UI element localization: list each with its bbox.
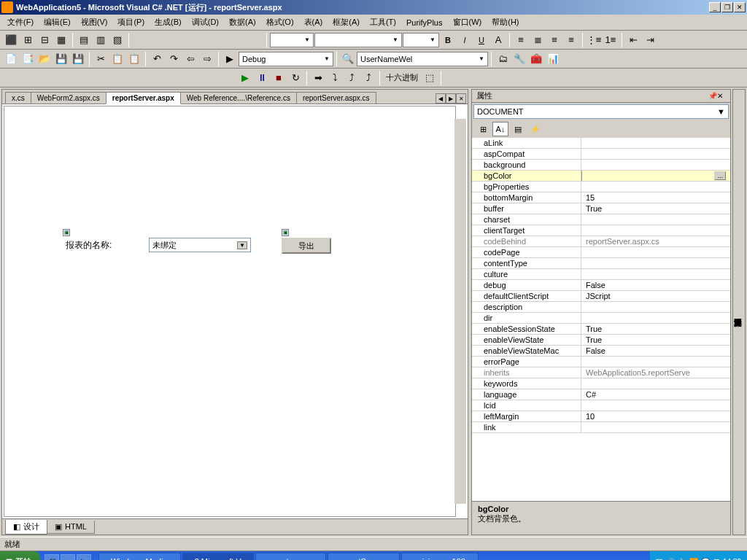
tab-close-icon[interactable]: ✕ bbox=[456, 93, 466, 104]
menu-框架[interactable]: 框架(A) bbox=[328, 15, 364, 29]
add-item-icon[interactable]: 📑 bbox=[20, 51, 36, 67]
font-family-combo[interactable]: ▼ bbox=[270, 33, 314, 47]
menu-调试[interactable]: 调试(D) bbox=[187, 15, 223, 29]
property-row[interactable]: bottomMargin15 bbox=[472, 192, 730, 203]
class-view-icon[interactable]: 📊 bbox=[545, 51, 561, 67]
italic-icon[interactable]: I bbox=[457, 32, 473, 48]
events-icon[interactable]: ⚡ bbox=[527, 122, 543, 136]
menu-表[interactable]: 表(A) bbox=[300, 15, 328, 29]
restore-button[interactable]: ❐ bbox=[721, 2, 733, 12]
design-surface[interactable]: ▣ 报表的名称: 未绑定▼ ▣ 导出 bbox=[4, 106, 456, 517]
property-value[interactable]: True bbox=[581, 335, 730, 345]
tab-scroll-right-icon[interactable]: ▶ bbox=[446, 93, 456, 104]
start-icon[interactable]: ▶ bbox=[222, 51, 238, 67]
start-button[interactable]: ⊞ 开始 bbox=[0, 551, 40, 560]
property-row[interactable]: dir bbox=[472, 313, 730, 324]
report-name-select[interactable]: 未绑定▼ bbox=[149, 238, 251, 252]
menu-格式[interactable]: 格式(O) bbox=[262, 15, 298, 29]
undo-icon[interactable]: ↶ bbox=[149, 51, 165, 67]
new-project-icon[interactable]: 📄 bbox=[3, 51, 19, 67]
pause-icon[interactable]: ⏸ bbox=[254, 70, 270, 86]
property-value[interactable] bbox=[581, 160, 730, 170]
solution-explorer-tab[interactable]: 解决方案资源管理器 bbox=[732, 89, 746, 535]
categorized-icon[interactable]: ⊞ bbox=[475, 122, 491, 136]
property-value[interactable] bbox=[581, 302, 730, 312]
property-row[interactable]: clientTarget bbox=[472, 225, 730, 236]
property-row[interactable]: background bbox=[472, 160, 730, 171]
pin-icon[interactable]: 📌 bbox=[708, 92, 717, 101]
property-row[interactable]: contentType bbox=[472, 258, 730, 269]
property-row[interactable]: defaultClientScriptJScript bbox=[472, 291, 730, 302]
property-value[interactable] bbox=[581, 357, 730, 367]
config-combo[interactable]: Debug▼ bbox=[239, 52, 333, 66]
property-value[interactable]: reportServer.aspx.cs bbox=[581, 236, 730, 246]
list-bullet-icon[interactable]: ⋮≡ bbox=[586, 32, 602, 48]
property-row[interactable]: aspCompat bbox=[472, 149, 730, 160]
align-right-icon[interactable]: ⊟ bbox=[36, 32, 53, 48]
property-value[interactable] bbox=[581, 422, 730, 432]
menu-视图[interactable]: 视图(V) bbox=[77, 15, 112, 29]
property-row[interactable]: description bbox=[472, 302, 730, 313]
font-size-combo[interactable]: ▼ bbox=[403, 33, 439, 47]
nav-back-icon[interactable]: ⇦ bbox=[182, 51, 198, 67]
hex-toggle-icon[interactable]: ⬚ bbox=[422, 70, 438, 86]
taskbar-task[interactable]: ▫reportServer ... bbox=[328, 553, 400, 560]
menu-数据[interactable]: 数据(A) bbox=[225, 15, 260, 29]
property-row[interactable]: lcid bbox=[472, 400, 730, 411]
font-style-combo[interactable]: ▼ bbox=[314, 33, 402, 47]
menu-窗口[interactable]: 窗口(W) bbox=[449, 15, 487, 29]
continue-icon[interactable]: ▶ bbox=[237, 70, 253, 86]
align-top-icon[interactable]: ▦ bbox=[53, 32, 69, 48]
property-value[interactable] bbox=[581, 138, 730, 148]
grid-icon[interactable]: ▤ bbox=[76, 32, 92, 48]
property-value[interactable] bbox=[581, 182, 730, 192]
align-left-icon[interactable]: ⬛ bbox=[3, 32, 19, 48]
property-value[interactable]: 15 bbox=[581, 192, 730, 203]
property-row[interactable]: errorPage bbox=[472, 357, 730, 368]
html-view-tab[interactable]: ▣ HTML bbox=[47, 521, 95, 534]
property-value[interactable]: JScript bbox=[581, 291, 730, 301]
property-value[interactable]: True bbox=[581, 203, 730, 214]
ql-desktop-icon[interactable]: 🖥 bbox=[44, 554, 59, 560]
document-tab[interactable]: reportServer.aspx.cs bbox=[296, 92, 376, 104]
outdent-icon[interactable]: ⇤ bbox=[625, 32, 641, 48]
property-value[interactable]: False bbox=[581, 280, 730, 290]
taskbar-task[interactable]: ▫2 Microsoft V... bbox=[182, 553, 254, 560]
vertical-scrollbar[interactable] bbox=[454, 119, 466, 504]
property-row[interactable]: languageC# bbox=[472, 389, 730, 400]
property-row[interactable]: bufferTrue bbox=[472, 203, 730, 214]
property-row[interactable]: culture bbox=[472, 269, 730, 280]
save-all-icon[interactable]: 💾 bbox=[70, 51, 86, 67]
solution-explorer-icon[interactable]: 🗂 bbox=[495, 51, 511, 67]
properties-grid[interactable]: aLinkaspCompatbackgroundbgColor...bgProp… bbox=[472, 138, 730, 501]
property-value[interactable] bbox=[581, 214, 730, 225]
property-value[interactable]: False bbox=[581, 346, 730, 356]
align-c-icon[interactable]: ≣ bbox=[530, 32, 546, 48]
bold-icon[interactable]: B bbox=[440, 32, 456, 48]
show-next-icon[interactable]: ➡ bbox=[310, 70, 326, 86]
document-tab[interactable]: reportServer.aspx bbox=[106, 92, 181, 104]
menu-文件[interactable]: 文件(F) bbox=[3, 15, 38, 29]
ql-app-icon[interactable]: ▶ bbox=[77, 554, 91, 560]
system-tray[interactable]: 🛡 🔊 🔌 📶 💬 🖥 14:39 bbox=[650, 551, 747, 560]
step-out-icon[interactable]: ⤴ bbox=[360, 70, 376, 86]
property-row[interactable]: leftMargin10 bbox=[472, 411, 730, 422]
property-value[interactable] bbox=[581, 400, 730, 411]
copy-icon[interactable]: 📋 bbox=[109, 51, 125, 67]
tray-icon[interactable]: 🔌 bbox=[678, 558, 686, 561]
indent-icon[interactable]: ⇥ bbox=[642, 32, 658, 48]
property-row[interactable]: bgColor... bbox=[472, 171, 730, 182]
property-value[interactable] bbox=[581, 378, 730, 389]
nav-fwd-icon[interactable]: ⇨ bbox=[199, 51, 215, 67]
property-row[interactable]: enableViewStateTrue bbox=[472, 335, 730, 346]
step-into-icon[interactable]: ⤵ bbox=[327, 70, 343, 86]
property-row[interactable]: aLink bbox=[472, 138, 730, 149]
tray-icon[interactable]: 🖥 bbox=[713, 558, 720, 561]
paste-icon[interactable]: 📋 bbox=[126, 51, 142, 67]
property-value[interactable]: True bbox=[581, 324, 730, 334]
property-value[interactable]: WebApplication5.reportServe bbox=[581, 368, 730, 378]
property-row[interactable]: codePage bbox=[472, 247, 730, 258]
tray-icon[interactable]: 💬 bbox=[701, 558, 710, 561]
property-value[interactable] bbox=[581, 225, 730, 236]
property-value[interactable]: 10 bbox=[581, 411, 730, 421]
